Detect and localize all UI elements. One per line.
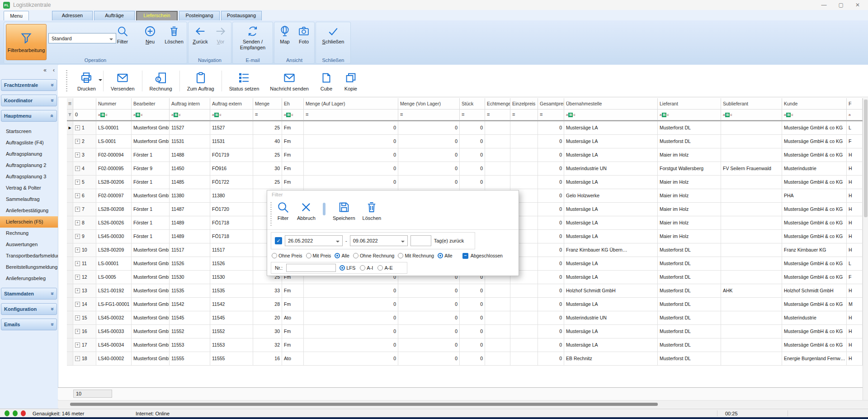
column-header-bearbeiter[interactable]: Bearbeiter xyxy=(132,98,170,110)
cell-bearb[interactable]: Musterforst GmbH xyxy=(132,189,170,203)
cell-ueber[interactable]: Mustersäge LA xyxy=(564,298,658,311)
sidebar-item-anlieferungsbeleg[interactable]: Anlieferungsbeleg xyxy=(0,273,58,284)
cell-tail[interactable]: H xyxy=(847,148,863,162)
cell-stk[interactable]: 0 xyxy=(460,148,485,162)
sidebar-group-hauptmenu[interactable]: Hauptmenu« xyxy=(1,110,57,122)
cell-einzel[interactable] xyxy=(510,148,538,162)
column-header-stück[interactable]: Stück xyxy=(460,98,485,110)
cell-kunde[interactable]: Mustersäge GmbH & co KG xyxy=(782,135,847,148)
cell-von[interactable]: 0 xyxy=(398,298,460,311)
cell-eh[interactable]: Fm xyxy=(282,135,304,148)
cell-bearb[interactable]: Förster 1 xyxy=(132,176,170,189)
cell-lief[interactable]: Maier im Holz xyxy=(658,189,721,203)
cell-stk[interactable]: 0 xyxy=(460,338,485,352)
cell-von[interactable]: 0 xyxy=(398,284,460,298)
cell-echt[interactable] xyxy=(485,135,510,148)
cell-echt[interactable] xyxy=(485,176,510,189)
horizontal-scrollbar[interactable] xyxy=(58,400,868,408)
cell-ueber[interactable]: Mustersäge LA xyxy=(564,176,658,189)
cell-ueber[interactable]: Mustersäge LA xyxy=(564,135,658,148)
cell-extern[interactable]: 11517 xyxy=(210,243,253,257)
sidebar-group-koordinator[interactable]: Koordinator« xyxy=(1,95,57,106)
cell-ueber[interactable]: Mustersäge LA xyxy=(564,230,658,243)
cell-stk[interactable]: 0 xyxy=(460,284,485,298)
column-header-lieferant[interactable]: Lieferant xyxy=(658,98,721,110)
cell-ges[interactable]: 0 xyxy=(538,203,564,216)
date-to-select[interactable]: 09.06.2022 xyxy=(350,235,408,246)
hscroll-thumb[interactable] xyxy=(70,403,658,406)
row-header[interactable]: +8 xyxy=(73,216,96,230)
cell-ueber[interactable]: Mustersäge LA xyxy=(564,121,658,135)
column-header-übernahmestelle[interactable]: Übernahmestelle xyxy=(564,98,658,110)
cell-bearb[interactable]: Förster 1 xyxy=(132,216,170,230)
cell-einzel[interactable] xyxy=(510,352,538,366)
cell-menge[interactable]: 40 xyxy=(253,135,282,148)
cell-subl[interactable] xyxy=(721,176,782,189)
cell-von[interactable]: 0 xyxy=(398,148,460,162)
sidebar-item-anlieferbestätigung[interactable]: Anlieferbestätigung xyxy=(0,205,58,216)
cell-menge[interactable]: 32 xyxy=(253,338,282,352)
radio-mit-rechnung[interactable]: Mit Rechnung xyxy=(398,253,434,258)
cell-kunde[interactable]: PHA xyxy=(782,189,847,203)
cell-subl[interactable] xyxy=(721,216,782,230)
date-filter-checkbox[interactable]: ✓ xyxy=(275,237,282,244)
cell-ges[interactable]: 0 xyxy=(538,243,564,257)
cell-bearb[interactable]: Musterforst GmbH xyxy=(132,338,170,352)
cell-lief[interactable]: Maier im Holz xyxy=(658,203,721,216)
cell-ueber[interactable]: Musterindustrie UN xyxy=(564,311,658,325)
cell-echt[interactable] xyxy=(485,148,510,162)
radio-mit-preis[interactable]: Mit Preis xyxy=(306,253,331,258)
cell-kunde[interactable]: Mustersäge GmbH & co KG xyxy=(782,216,847,230)
expand-row-icon[interactable]: + xyxy=(75,180,80,185)
cell-bearb[interactable]: Musterforst GmbH xyxy=(132,284,170,298)
cell-intern[interactable]: 11485 xyxy=(170,176,210,189)
cell-echt[interactable] xyxy=(485,284,510,298)
cell-lief[interactable]: Musterforst DL xyxy=(658,257,721,271)
cell-kunde[interactable]: Mustersäge GmbH & co KG xyxy=(782,271,847,284)
row-header[interactable]: +11 xyxy=(73,257,96,271)
cell-lief[interactable]: Musterforst DL xyxy=(658,121,721,135)
cell-tail[interactable]: H xyxy=(847,203,863,216)
toolbar-grip-handle[interactable] xyxy=(66,70,67,92)
cell-extern[interactable]: 11531 xyxy=(210,135,253,148)
cell-eh[interactable]: Fm xyxy=(282,162,304,176)
cell-ges[interactable]: 0 xyxy=(538,176,564,189)
cell-menge[interactable]: 30 xyxy=(253,162,282,176)
expand-row-icon[interactable]: + xyxy=(75,193,80,198)
cell-menge[interactable]: 28 xyxy=(253,298,282,311)
cell-extern[interactable]: FÖ916 xyxy=(210,162,253,176)
column-header-menge[interactable]: Menge xyxy=(253,98,282,110)
filter-profile-select[interactable]: Standard xyxy=(48,33,116,43)
cell-von[interactable]: 0 xyxy=(398,121,460,135)
cell-intern[interactable]: 11489 xyxy=(170,230,210,243)
cell-tail[interactable]: L xyxy=(847,121,863,135)
date-from-select[interactable]: 26.05.2022 xyxy=(285,235,343,246)
cell-ueber[interactable]: Mustersäge LA xyxy=(564,271,658,284)
radio-ohne-rechnung[interactable]: Ohne Rechnung xyxy=(353,253,394,258)
toolbar-nachricht-senden-button[interactable]: Nachricht senden xyxy=(264,71,314,91)
cell-ges[interactable]: 0 xyxy=(538,311,564,325)
cell-stk[interactable]: 0 xyxy=(460,352,485,366)
cell-bearb[interactable]: Musterforst GmbH xyxy=(132,325,170,338)
cell-lief[interactable]: Musterforst DL xyxy=(658,284,721,298)
cell-kunde[interactable]: Mustersäge GmbH & co KG xyxy=(782,257,847,271)
expand-row-icon[interactable]: + xyxy=(75,152,80,157)
cell-ges[interactable]: 0 xyxy=(538,189,564,203)
cell-lief[interactable]: Musterforst DL xyxy=(658,243,721,257)
cell-menge[interactable]: 25 xyxy=(253,148,282,162)
maximize-button[interactable]: ▢ xyxy=(839,0,844,10)
cell-ueber[interactable]: Mustersäge LA xyxy=(564,203,658,216)
row-header[interactable]: +1 xyxy=(73,121,96,135)
cell-ueber[interactable]: Gelo Holzwerke xyxy=(564,189,658,203)
cell-ges[interactable]: 0 xyxy=(538,271,564,284)
cell-extern[interactable]: FÖ1718 xyxy=(210,216,253,230)
cell-bearb[interactable]: Förster 1 xyxy=(132,203,170,216)
row-header[interactable]: +2 xyxy=(73,135,96,148)
cell-kunde[interactable]: Mustersäge GmbH & co KG xyxy=(782,338,847,352)
cell-nummer[interactable]: F02-000097 xyxy=(96,189,132,203)
tab-posteingang[interactable]: Posteingang xyxy=(179,11,220,21)
toolbar-drucken-button[interactable]: Drucken xyxy=(72,71,101,91)
cell-lief[interactable]: Musterforst DL xyxy=(658,135,721,148)
cell-tail[interactable]: H xyxy=(847,176,863,189)
cell-ueber[interactable]: Holzhof Schmidt GmbH xyxy=(564,284,658,298)
